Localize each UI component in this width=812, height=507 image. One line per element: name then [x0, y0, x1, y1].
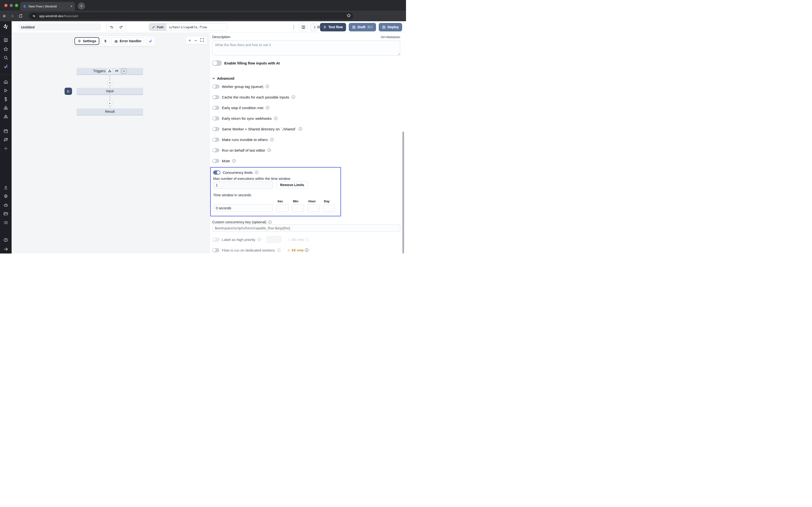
- day-input[interactable]: [323, 204, 335, 212]
- cache-results-toggle[interactable]: [212, 95, 219, 99]
- diff-button[interactable]: ± Diff: [311, 23, 317, 32]
- info-icon[interactable]: i: [258, 238, 261, 241]
- sidebar-item-audit-logs[interactable]: [3, 220, 8, 226]
- remove-limits-button[interactable]: Remove Limits: [276, 181, 308, 189]
- url-path: /flows/add: [63, 14, 78, 18]
- sidebar-item-variables[interactable]: [3, 97, 8, 103]
- custom-concurrency-key-input[interactable]: [212, 225, 400, 232]
- ai-inputs-toggle[interactable]: [212, 60, 222, 66]
- hour-input[interactable]: [307, 204, 319, 212]
- custom-key-label: Custom concurrency key (optional): [212, 220, 266, 224]
- path-input[interactable]: [166, 23, 227, 31]
- address-bar[interactable]: app.windmill.dev/flows/add: [29, 12, 353, 19]
- panel-scrollbar[interactable]: [402, 131, 404, 253]
- minimize-window-button[interactable]: [10, 4, 13, 7]
- add-trigger-button[interactable]: +: [121, 68, 126, 74]
- maximize-window-button[interactable]: [15, 4, 18, 7]
- info-icon[interactable]: i: [232, 159, 236, 163]
- forward-icon[interactable]: [8, 14, 16, 18]
- info-icon[interactable]: i: [299, 127, 302, 131]
- sidebar-item-favorites[interactable]: [3, 47, 8, 52]
- worker-group-toggle[interactable]: [212, 84, 219, 89]
- result-node[interactable]: Result: [77, 108, 143, 115]
- mute-toggle[interactable]: [212, 159, 219, 163]
- sidebar-item-home[interactable]: [3, 79, 8, 85]
- sidebar-item-triggers-prism[interactable]: [3, 114, 8, 120]
- sidebar-item-workers-robot[interactable]: [3, 203, 8, 209]
- info-icon[interactable]: i: [266, 85, 269, 88]
- info-icon[interactable]: i: [267, 149, 271, 152]
- info-icon[interactable]: i: [274, 117, 277, 120]
- triggers-node[interactable]: Triggers +: [77, 68, 143, 75]
- sidebar-collapse-arrow[interactable]: [3, 247, 8, 252]
- deploy-button[interactable]: Deploy: [379, 23, 402, 32]
- new-tab-button[interactable]: +: [78, 2, 85, 10]
- early-stop-toggle[interactable]: [212, 106, 219, 110]
- window-controls[interactable]: [4, 4, 18, 7]
- sidebar-item-users[interactable]: [3, 185, 8, 191]
- docs-book-button[interactable]: [299, 23, 308, 32]
- ai-wand-button[interactable]: [146, 37, 154, 45]
- error-handler-button[interactable]: Error Handler: [111, 37, 144, 45]
- info-icon[interactable]: i: [266, 106, 269, 109]
- browser-tab[interactable]: New Flow | Windmill ×: [20, 2, 75, 11]
- info-icon[interactable]: i: [270, 138, 273, 141]
- run-on-behalf-toggle[interactable]: [212, 148, 219, 152]
- redo-button[interactable]: [116, 23, 126, 31]
- flow-settings-button[interactable]: Settings: [74, 37, 99, 45]
- priority-value-input[interactable]: [266, 236, 281, 243]
- sidebar-item-folders[interactable]: [3, 211, 8, 217]
- zoom-out-icon[interactable]: −: [195, 38, 197, 43]
- reload-icon[interactable]: [16, 14, 24, 18]
- description-textarea[interactable]: [212, 41, 400, 56]
- input-node[interactable]: Input: [77, 88, 143, 95]
- back-icon[interactable]: [0, 14, 8, 18]
- sidebar-item-workspace[interactable]: [3, 38, 8, 44]
- info-icon[interactable]: i: [292, 95, 295, 99]
- info-icon[interactable]: i: [268, 220, 272, 224]
- shared-directory-toggle[interactable]: [212, 127, 219, 131]
- test-flow-button[interactable]: Test flow: [320, 23, 346, 32]
- advanced-section-header[interactable]: Advanced: [212, 76, 235, 80]
- flow-summary-input[interactable]: [18, 23, 101, 31]
- min-input[interactable]: [292, 204, 304, 212]
- sidebar-item-ai-wand[interactable]: [3, 64, 8, 70]
- info-icon[interactable]: i: [305, 238, 309, 241]
- info-icon[interactable]: i: [277, 248, 281, 252]
- high-priority-toggle[interactable]: [212, 237, 219, 242]
- app-header: Path ⋮ ± Diff Test flow Draft ⌘S Deploy: [12, 21, 406, 33]
- concurrency-limits-toggle[interactable]: [213, 170, 220, 175]
- sidebar-item-search[interactable]: [3, 55, 8, 61]
- site-settings-icon[interactable]: [31, 13, 37, 19]
- invisible-runs-toggle[interactable]: [212, 137, 219, 142]
- time-window-display[interactable]: [213, 204, 272, 212]
- flow-variables-button[interactable]: $: [101, 37, 109, 45]
- zoom-in-icon[interactable]: +: [189, 38, 191, 43]
- max-executions-input[interactable]: [213, 181, 273, 189]
- bookmark-star-icon[interactable]: [347, 13, 351, 18]
- sidebar-item-runs[interactable]: [3, 88, 8, 94]
- sidebar-item-schedules[interactable]: [3, 129, 8, 134]
- draft-button[interactable]: Draft ⌘S: [349, 23, 376, 32]
- test-up-to-input-button[interactable]: [64, 88, 72, 95]
- more-menu-icon[interactable]: ⋮: [291, 24, 296, 30]
- sidebar-item-flows-route[interactable]: [3, 137, 8, 143]
- close-window-button[interactable]: [4, 4, 7, 7]
- sidebar-item-resources[interactable]: [3, 106, 8, 111]
- info-icon[interactable]: i: [255, 171, 258, 174]
- sidebar-item-settings-gear[interactable]: [3, 194, 8, 200]
- dedicated-workers-toggle[interactable]: [212, 248, 219, 252]
- insert-step-button[interactable]: +: [108, 80, 112, 85]
- undo-button[interactable]: [107, 23, 116, 31]
- windmill-logo[interactable]: [3, 23, 9, 31]
- fit-view-icon[interactable]: [200, 38, 204, 43]
- info-icon[interactable]: i: [305, 248, 308, 252]
- early-return-toggle[interactable]: [212, 116, 219, 120]
- sidebar-item-add[interactable]: [3, 146, 8, 152]
- insert-step-button[interactable]: +: [108, 101, 112, 106]
- sec-input[interactable]: [276, 204, 289, 212]
- tab-close-icon[interactable]: ×: [70, 4, 72, 8]
- webhook-trigger-icon[interactable]: [107, 68, 112, 74]
- sidebar-item-help[interactable]: [3, 237, 8, 243]
- email-trigger-icon[interactable]: [114, 68, 119, 74]
